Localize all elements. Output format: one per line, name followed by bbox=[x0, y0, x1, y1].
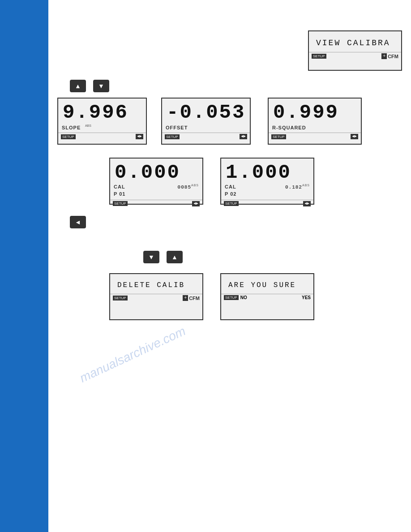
slope-label: SLOPE bbox=[62, 125, 81, 130]
view-calibra-unit: CFM bbox=[388, 54, 398, 59]
delete-calib-nav: + CFM bbox=[181, 295, 200, 301]
arrow-down-btn-2[interactable]: ▼ bbox=[143, 251, 159, 263]
offset-label: OFFSET bbox=[166, 125, 188, 130]
delete-calib-unit: CFM bbox=[189, 296, 200, 301]
yes-label[interactable]: YES bbox=[302, 295, 311, 300]
are-you-sure-options: NO YES bbox=[239, 295, 311, 300]
rsquared-display: 0.999 R-SQUARED SETUP ◄► bbox=[268, 98, 362, 145]
view-calibra-nav: + CFM bbox=[380, 53, 398, 59]
are-you-sure-setup[interactable]: SETUP bbox=[224, 295, 239, 300]
offset-display: -0.053 OFFSET SETUP ◄► bbox=[161, 98, 251, 145]
rsquared-label: R-SQUARED bbox=[272, 125, 306, 130]
cal-p01-cal-label: CAL bbox=[114, 184, 125, 189]
offset-nav-icon[interactable]: ◄► bbox=[240, 134, 247, 139]
arrow-row-2: ▼ ▲ bbox=[143, 251, 183, 263]
arrow-down-btn-1[interactable]: ▼ bbox=[93, 80, 109, 92]
slope-display: 9.996 SLOPE ABS SETUP ◄► bbox=[57, 98, 147, 145]
delete-calib-text: DELETE CALIB bbox=[114, 276, 199, 291]
main-content: VIEW CALIBRA SETUP + CFM ▲ ▼ 9.996 SLOPE… bbox=[48, 0, 411, 532]
rsquared-setup[interactable]: SETUP bbox=[271, 134, 286, 139]
arrow-left-btn[interactable]: ◄ bbox=[70, 216, 86, 228]
delete-calib-display: DELETE CALIB SETUP + CFM bbox=[109, 273, 203, 320]
cal-p02-cal-value: 0.182ABS bbox=[285, 184, 310, 190]
view-calibra-plus[interactable]: + bbox=[381, 53, 387, 59]
arrow-up-btn-2[interactable]: ▲ bbox=[167, 251, 183, 263]
are-you-sure-display: ARE YOU SURE SETUP NO YES bbox=[220, 273, 314, 320]
down-arrow-icon-2: ▼ bbox=[148, 253, 154, 261]
watermark: manualsarchive.com bbox=[77, 324, 188, 386]
slope-setup[interactable]: SETUP bbox=[61, 134, 76, 139]
delete-calib-plus[interactable]: + bbox=[183, 295, 188, 301]
cal-p01-point: P 01 bbox=[114, 191, 125, 197]
cal-p02-cal-label: CAL bbox=[225, 184, 236, 189]
arrow-back-container: ◄ bbox=[70, 216, 86, 228]
arrow-up-btn-1[interactable]: ▲ bbox=[70, 80, 86, 92]
slope-value: 9.996 bbox=[58, 99, 146, 124]
cal-p01-nav-icon[interactable]: ◄► bbox=[192, 201, 200, 206]
up-arrow-icon-2: ▲ bbox=[171, 253, 178, 261]
cal-p01-value: 0.000 bbox=[110, 159, 202, 184]
no-label[interactable]: NO bbox=[240, 295, 247, 300]
view-calibra-setup[interactable]: SETUP bbox=[312, 54, 326, 59]
arrow-row-1: ▲ ▼ bbox=[70, 80, 109, 92]
cal-p02-nav-icon[interactable]: ◄► bbox=[303, 201, 311, 206]
cal-p02-setup[interactable]: SETUP bbox=[224, 201, 239, 206]
down-arrow-icon-1: ▼ bbox=[98, 82, 104, 90]
rsquared-value: 0.999 bbox=[269, 99, 361, 124]
slope-abs: ABS bbox=[85, 124, 91, 127]
offset-value: -0.053 bbox=[162, 99, 250, 124]
offset-setup[interactable]: SETUP bbox=[165, 134, 180, 139]
cal-p01-cal-value: 0085ABS bbox=[178, 184, 199, 190]
rsquared-nav: ◄► bbox=[351, 134, 358, 139]
slope-nav-icon[interactable]: ◄► bbox=[136, 134, 143, 139]
left-arrow-icon: ◄ bbox=[75, 219, 81, 226]
cal-p02-display: 1.000 CAL 0.182ABS P 02 SETUP ◄► bbox=[220, 158, 314, 205]
view-calibra-text: VIEW CALIBRA bbox=[313, 33, 398, 49]
offset-nav: ◄► bbox=[240, 134, 247, 139]
delete-calib-setup[interactable]: SETUP bbox=[113, 296, 128, 300]
are-you-sure-text: ARE YOU SURE bbox=[225, 276, 310, 291]
slope-nav: ◄► bbox=[136, 134, 143, 139]
sidebar bbox=[0, 0, 48, 532]
up-arrow-icon-1: ▲ bbox=[75, 82, 81, 90]
view-calibra-display: VIEW CALIBRA SETUP + CFM bbox=[308, 30, 402, 71]
rsquared-nav-icon[interactable]: ◄► bbox=[351, 134, 358, 139]
cal-p02-point: P 02 bbox=[225, 191, 236, 197]
cal-p02-value: 1.000 bbox=[221, 159, 313, 184]
cal-p01-display: 0.000 CAL 0085ABS P 01 SETUP ◄► bbox=[109, 158, 203, 205]
cal-p01-setup[interactable]: SETUP bbox=[113, 201, 128, 206]
